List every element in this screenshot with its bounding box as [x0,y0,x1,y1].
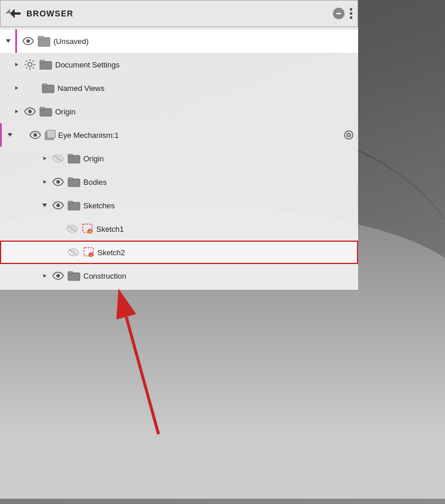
active-indicator [15,29,17,53]
svg-text:🔒: 🔒 [89,253,93,258]
svg-rect-25 [47,130,55,138]
folder-icon-sketches [67,199,81,211]
unsaved-label: (Unsaved) [53,37,355,46]
document-settings-item[interactable]: Document Settings [0,53,358,76]
eye-icon-eye-mechanism[interactable] [29,128,42,141]
expand-construction[interactable] [40,273,49,279]
svg-marker-0 [10,9,21,18]
browser-panel: BROWSER [0,0,358,290]
origin-sub-label: Origin [83,154,355,163]
svg-rect-5 [350,12,352,15]
expand-unsaved[interactable] [4,38,13,45]
svg-marker-22 [8,133,12,137]
eye-icon-origin-top[interactable] [23,105,36,118]
eye-icon-sketches[interactable] [52,199,65,212]
folder-icon-named-views [41,82,55,94]
svg-point-39 [56,204,60,207]
folder-icon-construction [67,270,81,282]
expand-sketches[interactable] [40,202,49,209]
eye-icon-sketch1[interactable] [66,222,79,235]
svg-point-12 [28,63,32,67]
eye-icon-unsaved[interactable] [22,35,35,48]
minimize-button[interactable] [333,8,345,19]
folder-icon-origin-top [39,106,53,117]
expand-origin-top[interactable] [12,109,21,114]
expand-origin-sub[interactable] [40,155,49,161]
svg-marker-11 [15,63,18,66]
sketches-item[interactable]: Sketches [0,194,358,217]
construction-label: Construction [83,272,355,280]
svg-point-8 [26,39,30,43]
target-icon-em[interactable] [343,129,355,141]
svg-rect-41 [68,201,73,204]
expand-doc-settings[interactable] [12,62,21,67]
svg-marker-15 [15,86,18,90]
expand-eye-mechanism[interactable] [5,131,15,138]
more-options-button[interactable] [349,8,353,19]
eye-mechanism-item[interactable]: Eye Mechanism:1 [0,123,358,147]
named-views-item[interactable]: Named Views [0,76,358,100]
svg-rect-4 [350,8,352,11]
svg-rect-55 [68,272,73,274]
eye-icon-construction[interactable] [52,269,65,282]
gear-icon-doc [23,58,36,71]
svg-rect-3 [336,13,341,14]
doc-settings-label: Document Settings [55,60,355,69]
bodies-label: Bodies [83,178,355,187]
svg-rect-14 [40,60,45,63]
svg-marker-52 [43,274,46,278]
sketch1-label: Sketch1 [96,225,355,234]
sketch-icon-sketch1: 🔒 [81,222,94,235]
eye-icon-origin-sub[interactable] [52,152,65,165]
named-views-label: Named Views [58,84,355,93]
sketch-icon-sketch2: 🔒 [82,246,95,259]
folder-icon-doc [39,59,53,70]
back-button[interactable] [5,8,22,19]
tree-container: (Unsaved) Document S [0,27,358,290]
expand-bodies[interactable] [40,179,49,185]
origin-top-label: Origin [55,107,355,116]
svg-text:🔒: 🔒 [87,229,93,234]
eye-icon-sketch2[interactable] [67,246,80,259]
svg-marker-7 [6,39,11,43]
svg-marker-18 [15,110,18,113]
sketches-label: Sketches [83,201,355,210]
svg-rect-10 [38,36,43,39]
bodies-item[interactable]: Bodies [0,170,358,194]
folder-icon-origin-sub [67,153,81,164]
svg-point-23 [33,133,37,137]
svg-point-53 [56,274,60,278]
svg-rect-33 [68,154,73,157]
origin-top-item[interactable]: Origin [0,100,358,123]
document-icon-unsaved [37,35,51,47]
svg-rect-21 [40,107,45,110]
origin-sub-item[interactable]: Origin [0,147,358,170]
folder-icon-bodies [67,176,81,188]
sketch2-label: Sketch2 [97,248,353,257]
svg-marker-29 [43,157,46,160]
svg-rect-37 [68,178,73,180]
eye-icon-bodies[interactable] [52,175,65,188]
browser-title: BROWSER [26,9,328,18]
svg-point-35 [56,180,60,184]
expand-named-views[interactable] [12,85,21,91]
svg-rect-6 [350,16,352,19]
svg-point-28 [348,134,349,136]
svg-marker-38 [42,204,47,207]
component-icon-em [44,129,56,141]
svg-marker-34 [43,180,46,184]
svg-point-19 [28,110,32,113]
eye-mechanism-label: Eye Mechanism:1 [58,131,341,140]
browser-header: BROWSER [0,0,358,27]
unsaved-item[interactable]: (Unsaved) [0,29,358,53]
sketch2-item[interactable]: 🔒 Sketch2 [0,241,358,264]
svg-rect-17 [42,84,47,86]
construction-item[interactable]: Construction [0,264,358,287]
sketch1-item[interactable]: 🔒 Sketch1 [0,217,358,241]
